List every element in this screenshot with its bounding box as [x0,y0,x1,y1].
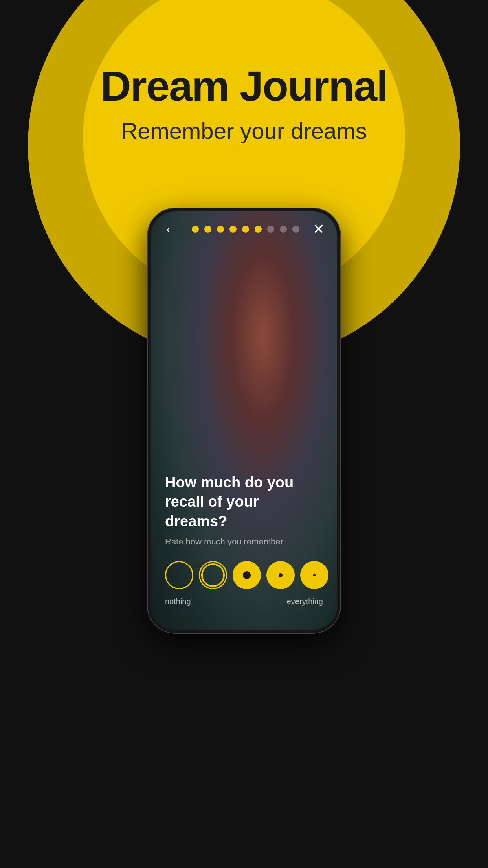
dot-7 [267,226,274,233]
rating-row [165,561,323,589]
rating-option-5[interactable] [300,561,328,589]
rating-label-right: everything [287,597,323,606]
rating-labels: nothing everything [165,597,323,606]
title-area: Dream Journal Remember your dreams [0,63,488,144]
app-subtitle: Remember your dreams [0,118,488,144]
dot-1 [192,226,199,233]
recall-question: How much do you recall of your dreams? [165,473,323,531]
app-title: Dream Journal [0,63,488,110]
dot-8 [280,226,287,233]
screen-topbar: ← ✕ [151,211,337,247]
dot-4 [229,226,237,233]
phone-outer: ← ✕ How much do you recall of your dream… [148,208,340,633]
phone-screen: ← ✕ How much do you recall of your dream… [151,211,337,630]
dot-6 [255,226,262,233]
dot-9 [292,226,299,233]
dot-5 [242,226,249,233]
rating-option-3[interactable] [233,561,261,589]
close-button[interactable]: ✕ [313,221,325,237]
phone-mockup: ← ✕ How much do you recall of your dream… [148,208,340,633]
rating-option-1[interactable] [165,561,193,589]
dot-3 [217,226,224,233]
recall-subtitle: Rate how much you remember [165,537,323,547]
screen-content: How much do you recall of your dreams? R… [151,457,337,630]
progress-dots [192,226,299,233]
rating-option-2[interactable] [199,561,227,589]
dot-2 [204,226,211,233]
rating-label-left: nothing [165,597,191,606]
back-button[interactable]: ← [163,221,178,238]
rating-option-4[interactable] [266,561,295,589]
